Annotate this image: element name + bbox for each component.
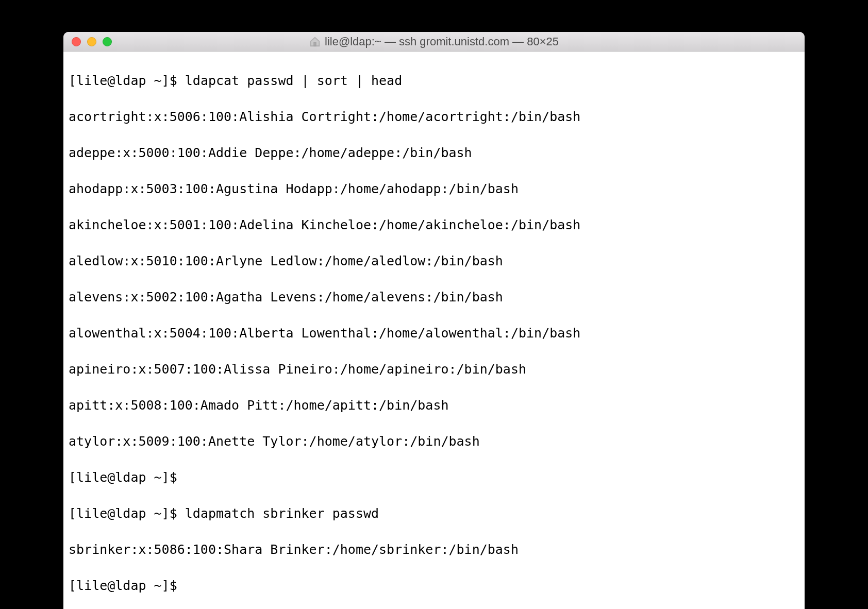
prompt-line: [lile@ldap ~]$ ldapmatch sbrinker passwd bbox=[69, 504, 799, 522]
window-title: lile@ldap:~ — ssh gromit.unistd.com — 80… bbox=[309, 35, 559, 48]
output-line: aledlow:x:5010:100:Arlyne Ledlow:/home/a… bbox=[69, 252, 799, 270]
output-line: alowenthal:x:5004:100:Alberta Lowenthal:… bbox=[69, 324, 799, 342]
command-text: ldapcat passwd | sort | head bbox=[185, 73, 402, 88]
output-line: apineiro:x:5007:100:Alissa Pineiro:/home… bbox=[69, 360, 799, 378]
output-line: ahodapp:x:5003:100:Agustina Hodapp:/home… bbox=[69, 180, 799, 198]
prompt: [lile@ldap ~]$ bbox=[69, 73, 185, 88]
prompt-line: [lile@ldap ~]$ bbox=[69, 577, 799, 595]
window-title-text: lile@ldap:~ — ssh gromit.unistd.com — 80… bbox=[325, 35, 559, 48]
output-line: apitt:x:5008:100:Amado Pitt:/home/apitt:… bbox=[69, 396, 799, 414]
close-button[interactable] bbox=[72, 37, 81, 46]
terminal-window: lile@ldap:~ — ssh gromit.unistd.com — 80… bbox=[63, 32, 805, 609]
traffic-lights bbox=[72, 37, 112, 46]
output-line: akincheloe:x:5001:100:Adelina Kincheloe:… bbox=[69, 216, 799, 234]
command-text: ldapmatch sbrinker passwd bbox=[185, 506, 379, 521]
prompt: [lile@ldap ~]$ bbox=[69, 578, 185, 593]
output-line: adeppe:x:5000:100:Addie Deppe:/home/adep… bbox=[69, 144, 799, 162]
prompt: [lile@ldap ~]$ bbox=[69, 506, 185, 521]
output-line: sbrinker:x:5086:100:Shara Brinker:/home/… bbox=[69, 540, 799, 559]
prompt-line: [lile@ldap ~]$ bbox=[69, 468, 799, 486]
maximize-button[interactable] bbox=[103, 37, 112, 46]
svg-rect-0 bbox=[314, 42, 316, 45]
prompt: [lile@ldap ~]$ bbox=[69, 470, 185, 485]
minimize-button[interactable] bbox=[87, 37, 96, 46]
prompt-line: [lile@ldap ~]$ ldapcat passwd | sort | h… bbox=[69, 72, 799, 90]
output-line: atylor:x:5009:100:Anette Tylor:/home/aty… bbox=[69, 432, 799, 450]
window-titlebar[interactable]: lile@ldap:~ — ssh gromit.unistd.com — 80… bbox=[63, 32, 805, 52]
home-icon bbox=[309, 36, 321, 47]
output-line: alevens:x:5002:100:Agatha Levens:/home/a… bbox=[69, 288, 799, 306]
terminal-body[interactable]: [lile@ldap ~]$ ldapcat passwd | sort | h… bbox=[63, 52, 805, 609]
output-line: acortright:x:5006:100:Alishia Cortright:… bbox=[69, 108, 799, 126]
